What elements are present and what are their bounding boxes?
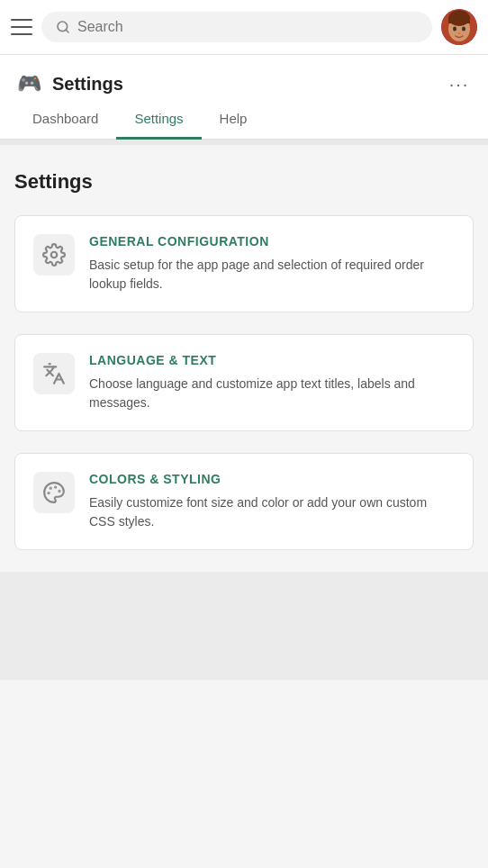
tab-dashboard[interactable]: Dashboard xyxy=(14,98,116,140)
general-configuration-card[interactable]: GENERAL CONFIGURATION Basic setup for th… xyxy=(14,215,474,312)
svg-point-10 xyxy=(55,487,56,488)
page-title: Settings xyxy=(14,170,474,194)
main-content: Settings GENERAL CONFIGURATION Basic set… xyxy=(0,145,488,550)
bottom-area xyxy=(0,572,488,680)
svg-point-12 xyxy=(50,488,51,489)
more-button[interactable]: ··· xyxy=(445,69,474,98)
app-header: 🎮 Settings ··· xyxy=(0,55,488,98)
colors-styling-desc: Easily customize font size and color or … xyxy=(89,493,455,531)
svg-line-1 xyxy=(66,30,68,32)
app-title-row: 🎮 Settings xyxy=(14,69,123,98)
hamburger-icon[interactable] xyxy=(11,16,32,38)
search-icon xyxy=(56,20,70,34)
svg-point-6 xyxy=(453,27,456,32)
search-box[interactable] xyxy=(41,12,432,42)
svg-point-7 xyxy=(462,27,465,32)
svg-rect-5 xyxy=(448,18,470,23)
language-text-icon xyxy=(33,353,75,394)
app-icon: 🎮 xyxy=(14,69,43,98)
svg-point-13 xyxy=(49,493,50,493)
svg-point-11 xyxy=(59,491,59,492)
general-configuration-desc: Basic setup for the app page and selecti… xyxy=(89,256,455,294)
search-input[interactable] xyxy=(77,19,418,35)
general-configuration-title: GENERAL CONFIGURATION xyxy=(89,234,455,249)
tab-help[interactable]: Help xyxy=(202,98,266,140)
top-bar xyxy=(0,0,488,55)
svg-point-8 xyxy=(458,32,461,34)
language-text-desc: Choose language and customize app text t… xyxy=(89,375,455,412)
avatar[interactable] xyxy=(441,9,477,45)
avatar-image xyxy=(441,9,477,45)
tab-settings[interactable]: Settings xyxy=(116,98,201,140)
svg-point-9 xyxy=(51,252,58,258)
language-text-card[interactable]: LANGUAGE & TEXT Choose language and cust… xyxy=(14,334,474,431)
general-configuration-content: GENERAL CONFIGURATION Basic setup for th… xyxy=(89,234,455,294)
language-text-content: LANGUAGE & TEXT Choose language and cust… xyxy=(89,353,455,412)
language-text-title: LANGUAGE & TEXT xyxy=(89,353,455,367)
colors-styling-card[interactable]: COLORS & STYLING Easily customize font s… xyxy=(14,453,474,550)
tabs-bar: Dashboard Settings Help xyxy=(0,98,488,140)
colors-styling-title: COLORS & STYLING xyxy=(89,472,455,486)
colors-styling-icon xyxy=(33,472,75,513)
general-configuration-icon xyxy=(33,234,75,276)
colors-styling-content: COLORS & STYLING Easily customize font s… xyxy=(89,472,455,531)
app-title: Settings xyxy=(52,74,123,95)
